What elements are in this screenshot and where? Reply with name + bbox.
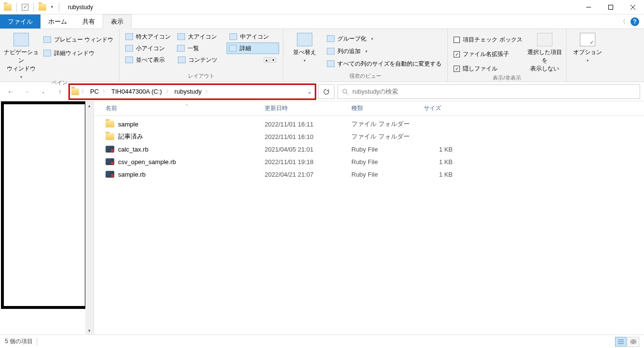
search-box[interactable]: [337, 84, 640, 99]
file-name: calc_tax.rb: [118, 146, 148, 153]
layout-tile-button[interactable]: 並べて表示: [123, 54, 175, 66]
qat-properties-icon[interactable]: ✓: [22, 4, 28, 11]
back-button[interactable]: ←: [4, 85, 17, 98]
autosize-icon: [327, 60, 335, 67]
group-label-showhide: 表示/非表示: [452, 74, 562, 83]
layout-m-button[interactable]: 中アイコン: [228, 31, 280, 42]
svg-rect-10: [634, 339, 636, 341]
layout-list-button[interactable]: 一覧: [175, 42, 227, 54]
file-type: ファイル フォルダー: [351, 120, 424, 128]
preview-pane-button[interactable]: プレビュー ウィンドウ: [41, 34, 115, 45]
details-pane-button[interactable]: 詳細ウィンドウ: [41, 47, 115, 59]
table-row[interactable]: sample.rb2022/04/21 21:07Ruby File1 KB: [94, 168, 644, 181]
recent-dropdown-icon[interactable]: ⌄: [37, 85, 50, 98]
tab-file[interactable]: ファイル: [0, 14, 40, 28]
column-headers: 名前 ⌃ 更新日時 種類 サイズ: [94, 101, 644, 116]
scroll-down-icon[interactable]: ▾: [85, 326, 94, 334]
breadcrumb[interactable]: PC: [87, 85, 102, 98]
ribbon: ナビゲーション ウィンドウ ▾ プレビュー ウィンドウ 詳細ウィンドウ ペイン …: [0, 29, 644, 82]
table-row[interactable]: calc_tax.rb2021/04/05 21:01Ruby File1 KB: [94, 143, 644, 155]
svg-point-4: [343, 89, 347, 93]
file-date: 2021/04/05 21:01: [265, 146, 351, 153]
m-icon: [229, 33, 237, 40]
file-date: 2022/11/01 16:10: [265, 133, 351, 140]
navigation-pane[interactable]: ▴ ▾: [0, 101, 94, 334]
column-type[interactable]: 種類: [351, 104, 424, 112]
file-name: sample.rb: [118, 171, 146, 178]
l-icon: [177, 33, 185, 40]
hide-selected-button[interactable]: 選択した項目を 表示しない: [527, 31, 562, 73]
checkbox-hidden-files[interactable]: ✓隠しファイル: [452, 63, 524, 74]
navbar: ← → ⌄ ↑ 〉 PC 〉 TIH0447300A (C:) 〉 rubyst…: [0, 82, 644, 101]
table-row[interactable]: 記事済み2022/11/01 16:10ファイル フォルダー: [94, 130, 644, 143]
autosize-button[interactable]: すべての列のサイズを自動的に変更する: [325, 58, 443, 70]
svg-rect-1: [609, 5, 613, 9]
column-name[interactable]: 名前 ⌃: [106, 104, 265, 112]
address-dropdown-icon[interactable]: ⌄: [304, 88, 315, 95]
layout-xl-button[interactable]: 特大アイコン: [123, 31, 175, 42]
layout-scroll-down-icon[interactable]: ▾: [270, 57, 276, 63]
breadcrumb[interactable]: rubystudy: [172, 85, 204, 98]
tab-home[interactable]: ホーム: [40, 14, 75, 28]
options-button[interactable]: ✓ オプション ▾: [570, 31, 605, 63]
xl-icon: [125, 33, 133, 40]
redaction-box: [1, 101, 88, 309]
addcol-icon: [327, 48, 335, 55]
options-icon: ✓: [580, 33, 595, 46]
collapse-ribbon-icon[interactable]: 〈: [620, 17, 626, 26]
details-pane-icon: [43, 50, 51, 56]
layout-content-button[interactable]: コンテンツ: [176, 54, 228, 66]
minimize-button[interactable]: [577, 0, 600, 14]
nav-pane-button[interactable]: ナビゲーション ウィンドウ ▾: [4, 31, 39, 79]
preview-pane-icon: [43, 36, 51, 43]
address-bar[interactable]: 〉 PC 〉 TIH0447300A (C:) 〉 rubystudy 〉 ⌄: [69, 84, 315, 99]
layout-detail-button[interactable]: 詳細: [227, 42, 279, 54]
up-button[interactable]: ↑: [53, 85, 67, 98]
scrollbar[interactable]: ▴ ▾: [85, 101, 94, 334]
layout-l-button[interactable]: 大アイコン: [175, 31, 228, 42]
address-folder-icon: [71, 88, 79, 95]
layout-scroll-up-icon[interactable]: ▴: [264, 57, 269, 63]
detail-icon: [229, 45, 237, 52]
search-input[interactable]: [352, 88, 636, 95]
column-date[interactable]: 更新日時: [265, 104, 351, 112]
chevron-right-icon[interactable]: 〉: [80, 88, 87, 95]
scroll-up-icon[interactable]: ▴: [85, 101, 94, 110]
maximize-button[interactable]: [600, 0, 622, 14]
refresh-button[interactable]: [318, 84, 335, 99]
checkbox-icon: [454, 37, 460, 43]
tab-share[interactable]: 共有: [75, 14, 103, 28]
svg-rect-11: [631, 342, 633, 344]
table-row[interactable]: sample2022/11/01 16:11ファイル フォルダー: [94, 118, 644, 130]
column-size[interactable]: サイズ: [424, 104, 472, 112]
list-icon: [177, 45, 185, 52]
qat-dropdown-icon[interactable]: ▼: [50, 5, 54, 9]
file-name: csv_open_sample.rb: [118, 158, 176, 166]
app-icon: [4, 4, 12, 11]
view-icons-button[interactable]: [628, 337, 639, 347]
file-date: 2022/11/01 16:11: [265, 121, 351, 128]
breadcrumb[interactable]: TIH0447300A (C:): [108, 85, 165, 98]
content-area: ▴ ▾ 名前 ⌃ 更新日時 種類 サイズ sample2022/11/01 16…: [0, 101, 644, 334]
ribbon-group-show-hide: 項目チェック ボックス ✓ファイル名拡張子 ✓隠しファイル 選択した項目を 表示…: [448, 29, 566, 82]
qat-folder-icon[interactable]: [39, 4, 46, 11]
forward-button[interactable]: →: [20, 85, 34, 98]
chevron-right-icon[interactable]: 〉: [204, 88, 211, 95]
sort-button[interactable]: 並べ替え ▾: [287, 31, 322, 63]
chevron-right-icon[interactable]: 〉: [165, 88, 172, 95]
table-row[interactable]: csv_open_sample.rb2022/11/01 19:18Ruby F…: [94, 155, 644, 168]
tab-view[interactable]: 表示: [103, 14, 132, 29]
search-icon: [342, 88, 349, 95]
folder-icon: [106, 133, 114, 140]
ribbon-tabs: ファイル ホーム 共有 表示 〈 ?: [0, 14, 644, 29]
group-by-button[interactable]: グループ化▾: [325, 33, 443, 44]
help-icon[interactable]: ?: [631, 17, 639, 26]
close-button[interactable]: [622, 0, 644, 14]
add-column-button[interactable]: 列の追加▾: [325, 45, 443, 57]
file-date: 2022/04/21 21:07: [265, 171, 351, 178]
chevron-right-icon[interactable]: 〉: [102, 88, 108, 95]
checkbox-extensions[interactable]: ✓ファイル名拡張子: [452, 48, 524, 60]
view-details-button[interactable]: [615, 337, 627, 347]
checkbox-item-checkboxes[interactable]: 項目チェック ボックス: [452, 34, 524, 45]
layout-s-button[interactable]: 小アイコン: [123, 42, 175, 54]
